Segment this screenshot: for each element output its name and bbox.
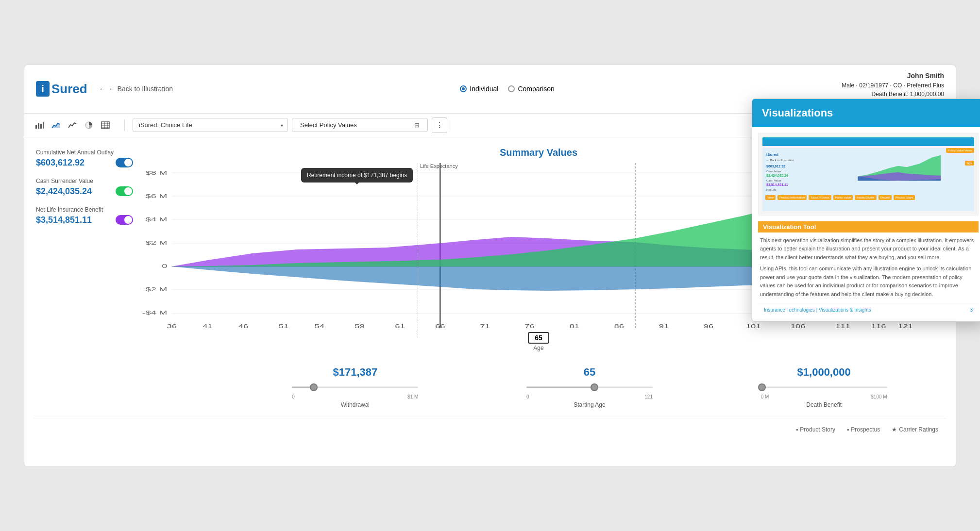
withdrawal-value: $171,387 <box>287 366 423 379</box>
cumulative-outlay-item: Cumulative Net Annual Outlay $603,612.92 <box>36 149 133 168</box>
overlay-tool-title: Visualization Tool <box>758 221 979 232</box>
select-policy-values-button[interactable]: Select Policy Values ⊟ <box>292 118 428 132</box>
x-axis-label: Age <box>136 345 941 351</box>
visualizations-overlay-panel: Visualizations iSured ← Back to Illustra… <box>752 99 980 322</box>
filter-icon: ⊟ <box>414 121 420 129</box>
svg-rect-2 <box>40 124 42 129</box>
line-chart-icon[interactable] <box>65 118 80 132</box>
annotation-product-story: Product Story <box>894 195 915 200</box>
annotation-embed: Embed <box>879 195 892 200</box>
cumulative-toggle[interactable] <box>116 158 133 167</box>
cash-toggle[interactable] <box>116 186 133 196</box>
radio-individual-label: Individual <box>470 85 498 93</box>
cash-amount: $2,424,035.24 <box>36 186 92 197</box>
app-logo: i Sured <box>36 81 87 97</box>
more-options-button[interactable]: ⋮ <box>432 117 447 133</box>
starting-age-label: Starting Age <box>522 401 658 408</box>
logo-icon: i <box>36 81 50 97</box>
mini-header-bar <box>762 137 974 146</box>
withdrawal-labels: 0 $1 M <box>292 394 418 399</box>
age-track <box>526 386 653 388</box>
svg-text:$4 M: $4 M <box>145 216 167 222</box>
product-select[interactable]: iSured: Choice Life <box>133 118 288 132</box>
age-thumb[interactable] <box>591 383 598 391</box>
overlay-desc-1: This next generation visualization simpl… <box>760 236 977 262</box>
toggle-knob-2 <box>124 187 132 195</box>
starting-age-slider[interactable] <box>526 382 653 392</box>
age-fill <box>526 386 594 388</box>
overlay-content: iSured ← Back to Illustration $603,612.9… <box>752 127 980 321</box>
annotation-age: Age <box>965 161 974 166</box>
annotation-policy-value: Policy Value <box>833 195 853 200</box>
radio-comparison[interactable]: Comparison <box>508 85 554 93</box>
svg-text:-$2 M: -$2 M <box>142 286 168 292</box>
death-benefit-label: Death Benefit <box>756 401 892 408</box>
view-mode-radio-group: Individual Comparison <box>460 85 555 93</box>
death-thumb[interactable] <box>758 383 766 391</box>
starting-age-slider-item: 65 0 121 Starting Age <box>522 366 658 408</box>
svg-rect-1 <box>38 123 39 129</box>
svg-text:0: 0 <box>162 263 167 268</box>
user-details-line2: Death Benefit: 1,000,000.00 <box>842 90 944 99</box>
footer-links: ▪ Product Story ▪ Prospectus ★ Carrier R… <box>34 418 946 435</box>
withdrawal-slider[interactable] <box>292 382 418 392</box>
annotation-view: View <box>765 195 776 200</box>
policy-values-panel: Cumulative Net Annual Outlay $603,612.92… <box>36 149 133 235</box>
cumulative-label: Cumulative Net Annual Outlay <box>36 149 133 156</box>
carrier-ratings-link[interactable]: ★ Carrier Ratings <box>892 426 938 433</box>
radio-comparison-label: Comparison <box>518 85 554 93</box>
sliders-section: $171,387 0 $1 M Withdrawal 65 <box>238 356 941 413</box>
prospectus-link[interactable]: ▪ Prospectus <box>847 426 880 433</box>
withdrawal-thumb[interactable] <box>310 383 318 391</box>
toolbar-divider <box>124 119 125 131</box>
toggle-knob <box>124 159 132 166</box>
more-options-icon: ⋮ <box>436 120 443 130</box>
back-arrow-icon: ← <box>99 85 106 93</box>
star-icon: ★ <box>892 426 897 433</box>
cash-amount-row: $2,424,035.24 <box>36 186 133 197</box>
overlay-description: This next generation visualization simpl… <box>758 236 979 299</box>
withdrawal-label: Withdrawal <box>287 401 423 408</box>
cumulative-amount: $603,612.92 <box>36 158 84 168</box>
radio-individual-circle <box>460 85 467 92</box>
area-chart-icon[interactable] <box>49 118 63 132</box>
svg-rect-3 <box>43 122 44 129</box>
cash-label: Cash Surrender Value <box>36 178 133 184</box>
death-benefit-slider[interactable] <box>761 382 887 392</box>
death-labels: 0 M $100 M <box>761 394 887 399</box>
net-life-toggle[interactable] <box>116 215 133 225</box>
svg-rect-0 <box>35 125 37 129</box>
back-button-label: ← Back to Illustration <box>109 85 173 93</box>
overlay-title: Visualizations <box>762 107 975 119</box>
book-icon: ▪ <box>796 426 798 433</box>
cumulative-amount-row: $603,612.92 <box>36 158 133 168</box>
bar-chart-icon[interactable] <box>32 118 47 132</box>
chart-type-icons <box>32 118 113 132</box>
overlay-footer-right: 3 <box>970 307 973 313</box>
overlay-footer: Insurance Technologies | Visualizations … <box>758 303 979 315</box>
document-icon: ▪ <box>847 426 849 433</box>
toggle-knob-3 <box>124 216 132 224</box>
radio-individual[interactable]: Individual <box>460 85 498 93</box>
net-life-amount: $3,514,851.11 <box>36 215 92 225</box>
table-chart-icon[interactable] <box>98 118 113 132</box>
main-content-area: Cumulative Net Annual Outlay $603,612.92… <box>24 137 956 467</box>
age-axis-row: 65 Age <box>136 328 941 351</box>
overlay-desc-2: Using APIs, this tool can communicate wi… <box>760 265 977 299</box>
cash-surrender-item: Cash Surrender Value $2,424,035.24 <box>36 178 133 197</box>
svg-text:$2 M: $2 M <box>145 239 167 245</box>
overlay-screenshot-area: iSured ← Back to Illustration $603,612.9… <box>758 133 979 216</box>
svg-text:$8 M: $8 M <box>145 169 167 175</box>
net-life-label: Net Life Insurance Benefit <box>36 206 133 213</box>
starting-age-value: 65 <box>522 366 658 379</box>
user-details-line1: Male · 02/19/1977 · CO · Preferred Plus <box>842 81 944 90</box>
annotation-sales-process: Sales Process <box>809 195 831 200</box>
net-life-amount-row: $3,514,851.11 <box>36 215 133 225</box>
back-to-illustration-button[interactable]: ← ← Back to Illustration <box>99 85 173 93</box>
pie-chart-icon[interactable] <box>82 118 96 132</box>
svg-text:$6 M: $6 M <box>145 193 167 199</box>
death-benefit-slider-item: $1,000,000 0 M $100 M Death Benefit <box>756 366 892 408</box>
product-story-link[interactable]: ▪ Product Story <box>796 426 835 433</box>
annotation-policy-value-views: Policy Value Views <box>946 148 974 153</box>
age-box: 65 <box>528 332 549 344</box>
